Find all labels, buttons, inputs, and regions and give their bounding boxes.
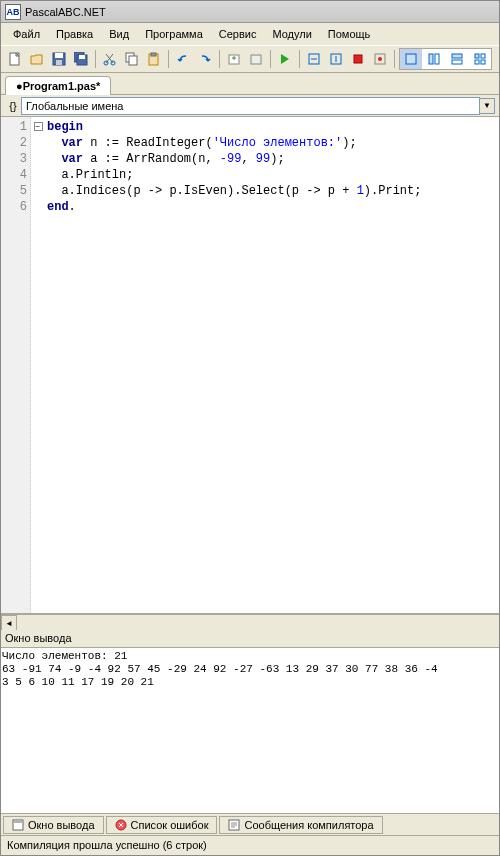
scope-icon: {} [5,98,21,114]
run-button[interactable] [275,49,295,69]
layout-2-button[interactable] [423,49,445,69]
window-title: PascalABC.NET [25,6,106,18]
menu-service[interactable]: Сервис [211,25,265,43]
stop-button[interactable] [348,49,368,69]
svg-rect-21 [429,54,433,64]
dropdown-arrow-icon[interactable]: ▼ [480,98,495,114]
status-bar: Компиляция прошла успешно (6 строк) [1,835,499,855]
new-file-button[interactable] [5,49,25,69]
new-project-button[interactable] [224,49,244,69]
svg-rect-28 [481,60,485,64]
output-tab-icon [12,819,24,831]
save-button[interactable] [49,49,69,69]
fold-column: − [31,117,45,613]
code-editor[interactable]: 1 2 3 4 5 6 − begin var n := ReadInteger… [1,117,499,614]
layout-4-button[interactable] [469,49,491,69]
copy-button[interactable] [122,49,142,69]
save-all-button[interactable] [71,49,91,69]
menubar: Файл Правка Вид Программа Сервис Модули … [1,23,499,45]
scope-dropdown[interactable]: Глобальные имена [21,97,480,115]
layout-1-button[interactable] [400,49,422,69]
svg-rect-12 [151,53,156,56]
tab-compiler[interactable]: Сообщения компилятора [219,816,382,834]
tab-errors[interactable]: Список ошибок [106,816,218,834]
menu-view[interactable]: Вид [101,25,137,43]
svg-rect-3 [56,60,62,65]
toolbar [1,45,499,73]
svg-rect-23 [452,54,462,58]
fold-toggle[interactable]: − [34,122,43,131]
errors-tab-icon [115,819,127,831]
tab-output[interactable]: Окно вывода [3,816,104,834]
breakpoint-button[interactable] [370,49,390,69]
svg-rect-25 [475,54,479,58]
bottom-tabs: Окно вывода Список ошибок Сообщения комп… [1,813,499,835]
svg-rect-14 [251,55,261,64]
undo-button[interactable] [173,49,193,69]
svg-rect-20 [406,54,416,64]
line-gutter: 1 2 3 4 5 6 [1,117,31,613]
app-icon: AB [5,4,21,20]
redo-button[interactable] [195,49,215,69]
file-tabs: ●Program1.pas* [1,73,499,95]
svg-rect-6 [79,55,85,59]
scope-bar: {} Глобальные имена ▼ [1,95,499,117]
menu-help[interactable]: Помощь [320,25,379,43]
menu-edit[interactable]: Правка [48,25,101,43]
svg-rect-17 [354,55,362,63]
titlebar: AB PascalABC.NET [1,1,499,23]
svg-point-19 [378,57,382,61]
scroll-left-icon[interactable]: ◄ [1,615,17,631]
svg-rect-24 [452,60,462,64]
menu-modules[interactable]: Модули [264,25,319,43]
menu-file[interactable]: Файл [5,25,48,43]
output-panel[interactable]: Число элементов: 21 63 -91 74 -9 -4 92 5… [1,648,499,813]
scope-label: Глобальные имена [26,100,124,112]
svg-rect-2 [55,53,63,58]
horizontal-scrollbar[interactable]: ◄ [1,614,499,630]
layout-buttons [399,48,492,70]
code-content[interactable]: begin var n := ReadInteger('Число элемен… [45,117,499,613]
step-over-button[interactable] [304,49,324,69]
svg-rect-27 [475,60,479,64]
output-panel-title: Окно вывода [1,630,499,648]
file-tab-program1[interactable]: ●Program1.pas* [5,76,111,95]
step-into-button[interactable] [326,49,346,69]
status-text: Компиляция прошла успешно (6 строк) [7,839,207,851]
paste-button[interactable] [144,49,164,69]
open-file-button[interactable] [27,49,47,69]
menu-program[interactable]: Программа [137,25,211,43]
open-project-button[interactable] [246,49,266,69]
svg-rect-22 [435,54,439,64]
compiler-tab-icon [228,819,240,831]
svg-rect-26 [481,54,485,58]
layout-3-button[interactable] [446,49,468,69]
cut-button[interactable] [100,49,120,69]
svg-rect-10 [129,56,137,65]
